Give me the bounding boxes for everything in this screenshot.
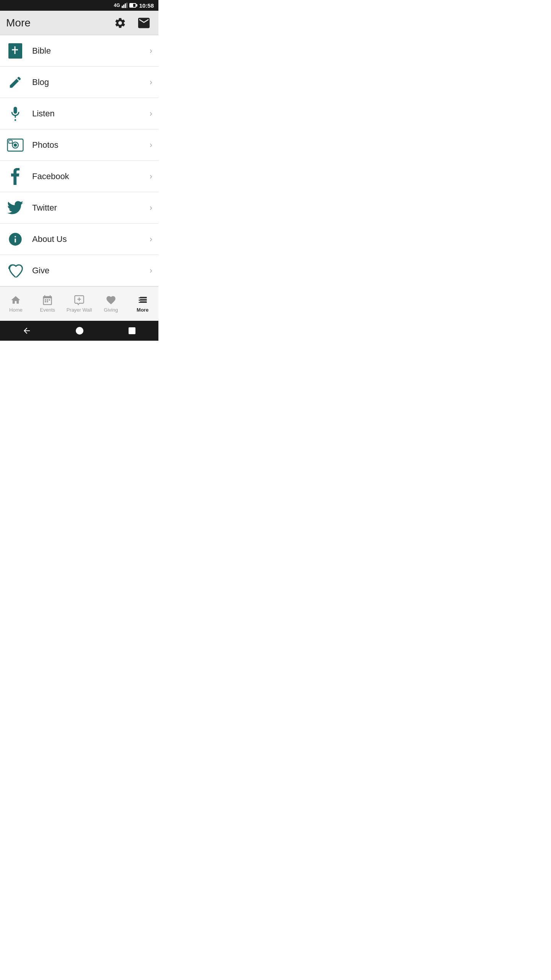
home-button-icon xyxy=(75,327,84,335)
menu-item-blog[interactable]: Blog › xyxy=(0,67,158,98)
menu-item-twitter[interactable]: Twitter › xyxy=(0,192,158,224)
bible-chevron: › xyxy=(150,46,152,56)
android-nav-bar xyxy=(0,321,158,341)
giving-nav-label: Giving xyxy=(104,307,118,313)
bottom-nav: Home Events Prayer Wall xyxy=(0,286,158,321)
giving-nav-icon xyxy=(106,295,116,305)
more-nav-icon xyxy=(137,295,148,305)
status-icons: 4G 10:58 xyxy=(114,2,154,9)
signal-icon xyxy=(122,3,128,8)
about-icon xyxy=(6,230,24,248)
about-us-chevron: › xyxy=(150,234,152,244)
twitter-icon xyxy=(6,199,24,217)
menu-item-listen[interactable]: Listen › xyxy=(0,98,158,129)
about-us-label: About Us xyxy=(32,234,150,244)
twitter-chevron: › xyxy=(150,203,152,213)
bible-icon xyxy=(6,42,24,60)
photos-chevron: › xyxy=(150,140,152,150)
listen-chevron: › xyxy=(150,109,152,119)
svg-rect-0 xyxy=(122,6,123,8)
gear-icon xyxy=(114,17,126,29)
svg-rect-2 xyxy=(125,3,126,8)
svg-rect-13 xyxy=(45,299,46,301)
nav-item-more[interactable]: More xyxy=(127,287,158,321)
svg-point-12 xyxy=(14,144,16,146)
settings-button[interactable] xyxy=(112,15,128,31)
menu-item-bible[interactable]: Bible › xyxy=(0,35,158,67)
facebook-chevron: › xyxy=(150,172,152,181)
svg-rect-3 xyxy=(126,3,127,8)
menu-item-photos[interactable]: Photos › xyxy=(0,129,158,161)
blog-chevron: › xyxy=(150,77,152,87)
give-chevron: › xyxy=(150,266,152,276)
bible-label: Bible xyxy=(32,46,150,56)
give-label: Give xyxy=(32,266,150,276)
message-button[interactable] xyxy=(135,16,152,30)
home-nav-label: Home xyxy=(9,307,23,313)
facebook-icon xyxy=(6,167,24,186)
photos-icon xyxy=(6,136,24,154)
listen-icon xyxy=(6,105,24,123)
nav-item-events[interactable]: Events xyxy=(32,287,64,321)
nav-item-home[interactable]: Home xyxy=(0,287,32,321)
prayer-nav-icon xyxy=(74,295,85,305)
nav-item-prayer-wall[interactable]: Prayer Wall xyxy=(64,287,95,321)
blog-icon xyxy=(6,73,24,91)
svg-rect-15 xyxy=(49,299,51,301)
photos-label: Photos xyxy=(32,140,150,150)
time-display: 10:58 xyxy=(139,2,154,9)
recents-icon xyxy=(128,327,136,335)
battery-icon xyxy=(129,3,136,8)
envelope-icon xyxy=(137,18,151,28)
menu-list: Bible › Blog › Listen › xyxy=(0,35,158,286)
svg-point-8 xyxy=(15,119,16,121)
status-bar: 4G 10:58 xyxy=(0,0,158,11)
nav-item-giving[interactable]: Giving xyxy=(95,287,127,321)
events-nav-label: Events xyxy=(40,307,55,313)
back-icon xyxy=(22,326,31,335)
home-button[interactable] xyxy=(75,327,84,335)
page-title: More xyxy=(6,17,31,29)
recents-button[interactable] xyxy=(128,327,136,335)
more-nav-label: More xyxy=(137,307,148,313)
home-nav-icon xyxy=(10,295,21,305)
signal-text: 4G xyxy=(114,3,120,8)
svg-rect-10 xyxy=(9,140,12,143)
menu-item-give[interactable]: Give › xyxy=(0,255,158,286)
facebook-label: Facebook xyxy=(32,172,150,181)
svg-point-23 xyxy=(76,327,83,335)
menu-item-about-us[interactable]: About Us › xyxy=(0,224,158,255)
blog-label: Blog xyxy=(32,77,150,87)
twitter-label: Twitter xyxy=(32,203,150,213)
svg-rect-1 xyxy=(123,5,124,8)
svg-rect-24 xyxy=(129,327,135,334)
menu-item-facebook[interactable]: Facebook › xyxy=(0,161,158,192)
header: More xyxy=(0,11,158,35)
give-icon xyxy=(6,261,24,280)
back-button[interactable] xyxy=(22,326,31,335)
svg-rect-16 xyxy=(45,301,46,302)
svg-rect-14 xyxy=(47,299,48,301)
header-actions xyxy=(112,15,152,31)
prayer-wall-nav-label: Prayer Wall xyxy=(67,307,92,313)
events-nav-icon xyxy=(42,295,53,305)
listen-label: Listen xyxy=(32,109,150,119)
svg-rect-17 xyxy=(47,301,48,302)
